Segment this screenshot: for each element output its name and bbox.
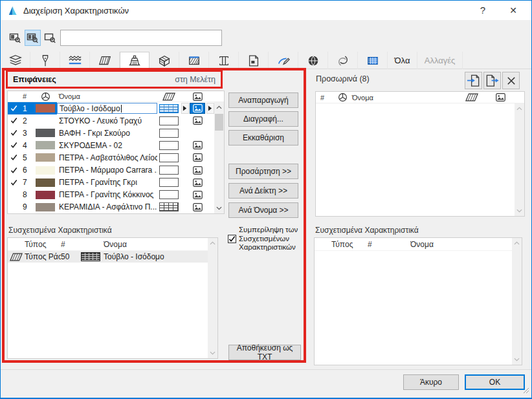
fill-pattern-swatch <box>81 252 100 261</box>
help-button[interactable]: ? <box>472 1 494 19</box>
tab-mep-systems[interactable] <box>358 52 388 69</box>
resize-grip[interactable] <box>523 385 529 396</box>
tab-operation-profiles[interactable] <box>328 52 358 69</box>
surface-row[interactable]: 5 ΠΕΤΡΑ - Ασβεστόλιθος Λείος <box>8 151 214 164</box>
tab-pens-colors[interactable] <box>30 52 60 69</box>
texture-popup-button[interactable] <box>206 103 214 114</box>
tab-all[interactable]: Όλα <box>388 52 417 69</box>
surface-name: ΒΑΦΗ - Γκρι Σκούρο <box>57 129 157 138</box>
find-by-name-button[interactable] <box>25 30 41 46</box>
scroll-down-icon[interactable] <box>208 348 217 358</box>
close-button[interactable]: ✕ <box>502 1 524 19</box>
color-swatch <box>36 153 55 162</box>
search-input[interactable] <box>60 30 222 46</box>
by-index-button[interactable]: Ανά Δείκτη >> <box>228 183 298 199</box>
scroll-thumb[interactable] <box>215 114 223 131</box>
search-name-icon <box>27 32 39 44</box>
scroll-down-icon[interactable] <box>515 206 524 216</box>
append-button[interactable]: Προσάρτηση >> <box>228 164 298 179</box>
texture-icon <box>189 178 206 187</box>
export-button[interactable] <box>483 72 501 89</box>
import-file-icon <box>466 73 481 88</box>
scroll-down-icon[interactable] <box>512 354 522 365</box>
pen-icon <box>38 54 52 68</box>
fill-type-icon <box>8 253 25 261</box>
purge-button[interactable]: Εκκαθάριση <box>228 130 298 146</box>
duplicate-button[interactable]: Αναπαραγωγή <box>228 92 298 108</box>
scroll-down-icon[interactable] <box>214 203 224 213</box>
tab-profiles[interactable] <box>209 52 239 69</box>
check-icon <box>8 154 19 161</box>
surface-row[interactable]: 2 ΣΤΟΥΚΟ - Λευκό Τραχύ <box>8 114 214 127</box>
texture-icon <box>189 191 206 199</box>
surface-row[interactable]: 8 ΠΕΤΡΑ - Γρανίτης Κόκκινος <box>8 189 214 201</box>
fill-preview <box>157 166 181 175</box>
fill-preview <box>157 141 181 150</box>
surfaces-list: # Όνομα 1 Τούβλο - Ισόδομο <box>7 91 225 214</box>
surface-name: ΣΚΥΡΟΔΕΜΑ - 02 <box>57 141 157 150</box>
scroll-up-icon[interactable] <box>214 102 224 113</box>
import-button[interactable] <box>465 72 482 89</box>
texture-icon <box>189 166 206 175</box>
building-materials-icon <box>187 54 201 68</box>
surface-name: ΠΕΤΡΑ - Γρανίτης Κόκκινος <box>57 190 157 199</box>
fill-preview <box>157 190 181 199</box>
tab-composites[interactable] <box>150 52 179 69</box>
check-icon <box>8 129 19 136</box>
surface-row-selected[interactable]: 1 Τούβλο - Ισόδομο <box>8 102 214 114</box>
tab-zone-categories[interactable] <box>239 52 269 69</box>
tab-line-types[interactable] <box>60 52 90 69</box>
col-index: # <box>19 92 34 100</box>
ok-button[interactable]: OK <box>465 374 525 390</box>
texture-icon <box>189 141 206 149</box>
ibeam-icon <box>217 54 231 68</box>
associated-scrollbar-right[interactable] <box>512 238 522 365</box>
fill-preview-selected[interactable] <box>157 104 181 113</box>
surface-row[interactable]: 6 ΠΕΤΡΑ - Μάρμαρο Carrara ... <box>8 164 214 177</box>
surface-name: ΠΕΤΡΑ - Μάρμαρο Carrara ... <box>57 166 157 175</box>
find-next-button[interactable] <box>42 30 58 46</box>
scroll-up-icon[interactable] <box>515 103 524 114</box>
tab-changes[interactable]: Αλλαγές <box>417 52 463 69</box>
tab-building-materials[interactable] <box>179 52 209 69</box>
surfaces-scrollbar[interactable] <box>214 102 224 213</box>
scroll-up-icon[interactable] <box>208 238 217 248</box>
color-swatch <box>36 203 55 211</box>
associated-scrollbar[interactable] <box>208 238 217 358</box>
composites-icon <box>157 54 172 68</box>
surface-name: ΠΕΤΡΑ - Ασβεστόλιθος Λείος <box>57 153 157 162</box>
window-title: Διαχείριση Χαρακτηριστικών <box>23 6 129 16</box>
find-by-index-button[interactable] <box>7 30 23 46</box>
surface-name-editbox[interactable]: Τούβλο - Ισόδομο <box>57 103 157 114</box>
archicad-logo-icon <box>7 5 18 16</box>
temporary-scrollbar[interactable] <box>515 103 524 216</box>
image-column-icon <box>189 92 206 101</box>
surface-name: ΣΤΟΥΚΟ - Λευκό Τραχύ <box>57 116 157 125</box>
tab-surfaces[interactable] <box>120 52 150 70</box>
texture-icon <box>189 116 206 125</box>
tab-markup-styles[interactable] <box>269 52 298 69</box>
left-panel-header: Επιφάνειες στη Μελέτη <box>8 72 221 87</box>
texture-button-selected[interactable] <box>190 103 205 114</box>
clear-temporary-button[interactable] <box>502 72 520 89</box>
delete-button[interactable]: Διαγραφή... <box>228 111 298 127</box>
surface-row[interactable]: 7 ΠΕΤΡΑ - Γρανίτης Γκρι <box>8 177 214 189</box>
attribute-type-tabs: Όλα Αλλαγές <box>1 52 531 69</box>
by-name-button[interactable]: Ανά Όνομα >> <box>228 202 298 218</box>
associated-row[interactable]: Τύπος Ράστερ 50 Τούβλο - Ισόδομο <box>8 251 208 263</box>
save-as-txt-button[interactable]: Αποθήκευση ως TXT <box>228 345 301 360</box>
surface-row[interactable]: 3 ΒΑΦΗ - Γκρι Σκούρο <box>8 127 214 139</box>
search-frame-icon <box>44 32 56 44</box>
tab-cities[interactable] <box>298 52 328 69</box>
tab-layers[interactable] <box>1 52 30 69</box>
surface-row[interactable]: 4 ΣΚΥΡΟΔΕΜΑ - 02 <box>8 139 214 151</box>
scroll-up-icon[interactable] <box>512 238 522 248</box>
temporary-title: Προσωρινά (8) <box>316 74 370 83</box>
panel-scope: στη Μελέτη <box>175 75 216 84</box>
tab-fill-types[interactable] <box>90 52 120 69</box>
fill-popup-button[interactable] <box>181 103 189 114</box>
surface-row[interactable]: 9 ΚΕΡΑΜΙΔΙΑ - Ασφάλτινο Π... <box>8 201 214 213</box>
cancel-button[interactable]: Άκυρο <box>403 374 459 390</box>
include-associated-checkbox[interactable] <box>228 235 236 243</box>
close-x-icon <box>506 76 516 86</box>
